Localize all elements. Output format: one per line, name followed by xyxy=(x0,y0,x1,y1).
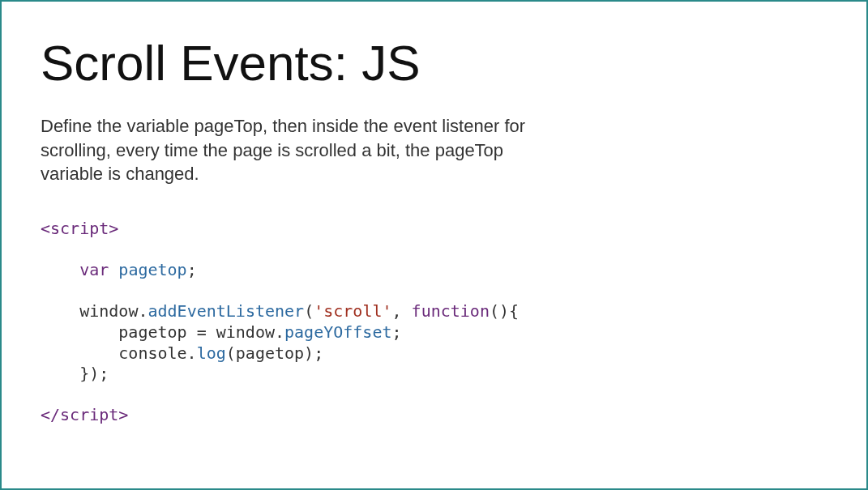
code-keyword-function: function xyxy=(412,301,490,321)
code-open-tag: <script> xyxy=(41,219,118,238)
slide-container: Scroll Events: JS Define the variable pa… xyxy=(0,0,868,490)
code-keyword-var: var xyxy=(79,260,109,279)
code-var-pagetop: pagetop xyxy=(118,260,186,279)
code-console: console. xyxy=(118,343,196,363)
code-semicolon: ; xyxy=(187,260,197,279)
slide-title: Scroll Events: JS xyxy=(41,34,827,92)
code-block: <script> var pagetop; window.addEventLis… xyxy=(41,219,827,426)
code-block-close: }); xyxy=(79,364,109,383)
code-comma: , xyxy=(392,301,412,321)
slide-description: Define the variable pageTop, then inside… xyxy=(41,114,559,186)
code-paren: ( xyxy=(304,301,314,321)
code-dot: . xyxy=(138,301,148,321)
code-window: window xyxy=(79,301,138,321)
code-block-open: (){ xyxy=(490,301,519,321)
code-assign-left: pagetop = window. xyxy=(118,322,284,342)
code-semicolon: ; xyxy=(391,322,401,342)
code-string-scroll: 'scroll' xyxy=(314,301,391,321)
code-space xyxy=(109,260,118,279)
code-pageyoffset: pageYOffset xyxy=(284,322,391,342)
code-add-event-listener: addEventListener xyxy=(148,301,304,321)
code-close-tag: </script> xyxy=(41,405,128,424)
code-log-args: (pagetop); xyxy=(226,343,323,363)
code-log: log xyxy=(197,343,226,363)
